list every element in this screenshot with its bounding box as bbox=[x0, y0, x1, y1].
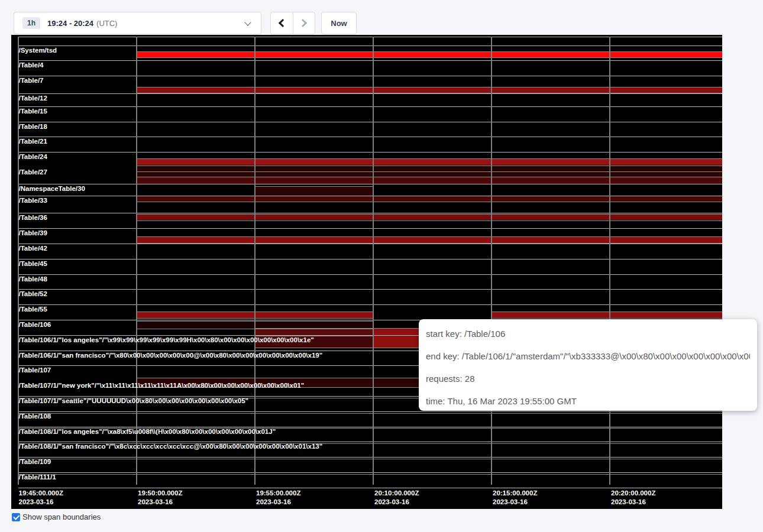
tooltip-end-key: end key: /Table/106/1/"amsterdam"/"\xb33… bbox=[426, 351, 750, 361]
band-edge-line bbox=[137, 171, 723, 172]
key-visualizer-canvas[interactable]: start key: /Table/106 end key: /Table/10… bbox=[11, 35, 722, 509]
span-boundary-line bbox=[18, 196, 723, 196]
span-boundary-line bbox=[18, 60, 723, 61]
now-button[interactable]: Now bbox=[321, 12, 357, 34]
time-gridline bbox=[136, 37, 137, 485]
heat-band[interactable] bbox=[137, 215, 723, 220]
time-gridline bbox=[254, 37, 256, 485]
row-label: /Table/18 bbox=[19, 123, 47, 131]
heat-band[interactable] bbox=[137, 237, 723, 243]
span-boundary-line bbox=[18, 106, 723, 107]
band-edge-line bbox=[137, 87, 723, 87]
span-boundary-line bbox=[18, 213, 723, 213]
key-visualizer-page: 1h 19:24 - 20:24 (UTC) Now start key: /T… bbox=[0, 0, 763, 532]
prev-range-button[interactable] bbox=[270, 12, 293, 34]
span-boundary-line bbox=[18, 304, 723, 305]
row-label: /Table/12 bbox=[19, 95, 47, 102]
band-edge-line bbox=[137, 51, 723, 52]
time-range-selector[interactable]: 1h 19:24 - 20:24 (UTC) bbox=[14, 12, 261, 34]
time-nav-group bbox=[270, 12, 315, 34]
band-edge-line bbox=[137, 166, 723, 166]
band-edge-line bbox=[492, 318, 723, 319]
tooltip-start-key: start key: /Table/106 bbox=[426, 329, 750, 339]
row-label: /Table/33 bbox=[19, 197, 47, 205]
row-label: /Table/52 bbox=[19, 290, 47, 298]
heat-band[interactable] bbox=[137, 87, 723, 93]
band-edge-line bbox=[137, 202, 723, 202]
heat-band[interactable] bbox=[255, 187, 373, 196]
heat-band[interactable] bbox=[137, 172, 723, 177]
band-edge-line bbox=[255, 348, 373, 348]
span-boundary-line bbox=[18, 274, 723, 275]
tooltip-time: time: Thu, 16 Mar 2023 19:55:00 GMT bbox=[426, 396, 750, 406]
row-label: /Table/24 bbox=[19, 153, 47, 161]
heat-band[interactable] bbox=[137, 166, 723, 171]
span-boundary-line bbox=[18, 472, 723, 473]
band-edge-line bbox=[137, 177, 723, 177]
chevron-left-icon bbox=[279, 19, 287, 27]
span-boundary-line bbox=[18, 442, 723, 442]
row-label: /System/tsd bbox=[19, 47, 57, 54]
row-label: /Table/107/1/"new york"/"\x11\x11\x11\x1… bbox=[19, 382, 305, 390]
span-boundary-line bbox=[18, 488, 723, 488]
heat-band[interactable] bbox=[137, 159, 723, 165]
row-label: /Table/108/1/"san francisco"/"\x8c\xcc\x… bbox=[19, 443, 323, 450]
time-gridline bbox=[609, 37, 610, 485]
band-edge-line bbox=[255, 186, 373, 187]
span-boundary-line bbox=[18, 474, 723, 475]
row-label: /Table/42 bbox=[19, 245, 47, 252]
time-range-zone: (UTC) bbox=[96, 19, 117, 28]
span-boundary-line bbox=[18, 46, 723, 46]
row-label: /Table/55 bbox=[19, 306, 47, 313]
band-edge-line bbox=[137, 236, 723, 237]
band-edge-line bbox=[137, 220, 723, 221]
span-boundary-line bbox=[18, 411, 723, 412]
heat-band[interactable] bbox=[492, 312, 723, 318]
span-boundary-line bbox=[18, 413, 723, 414]
span-boundary-line bbox=[18, 289, 723, 290]
row-label: /Table/107/1/"seattle"/"UUUUUUD\x00\x80\… bbox=[19, 397, 249, 405]
row-label: /Table/48 bbox=[19, 275, 47, 283]
span-boundary-line bbox=[18, 93, 723, 94]
row-label: /Table/106 bbox=[19, 321, 51, 329]
x-tick-date: 2023-03-16 bbox=[256, 498, 291, 507]
x-tick-date: 2023-03-16 bbox=[138, 498, 173, 507]
span-boundary-line bbox=[18, 122, 723, 122]
row-label: /Table/21 bbox=[19, 138, 47, 145]
time-range-text: 19:24 - 20:24 bbox=[47, 19, 93, 28]
footer: Show span boundaries bbox=[12, 512, 101, 521]
time-gridline bbox=[373, 37, 374, 485]
span-boundary-line bbox=[18, 228, 723, 229]
band-edge-line bbox=[255, 328, 373, 329]
x-tick-date: 2023-03-16 bbox=[19, 498, 54, 507]
row-label: /Table/106/1/"los angeles"/"\x99\x99\x99… bbox=[19, 336, 314, 344]
heat-band[interactable] bbox=[137, 177, 723, 184]
row-label: /Table/109 bbox=[19, 458, 51, 466]
row-label: /Table/111/1 bbox=[19, 473, 56, 481]
row-label: /Table/45 bbox=[19, 260, 47, 268]
band-edge-line bbox=[137, 158, 723, 159]
span-boundary-line bbox=[18, 259, 723, 259]
chevron-right-icon bbox=[299, 19, 307, 27]
span-boundary-line bbox=[18, 137, 723, 137]
heat-band[interactable] bbox=[137, 52, 723, 57]
span-boundary-line bbox=[18, 184, 723, 184]
row-label: /Table/39 bbox=[19, 229, 47, 237]
row-label: /Table/7 bbox=[19, 77, 44, 85]
next-range-button[interactable] bbox=[293, 12, 315, 34]
heat-band[interactable] bbox=[137, 196, 723, 202]
row-label: /NamespaceTable/30 bbox=[19, 185, 85, 193]
row-label: /Table/36 bbox=[19, 214, 47, 222]
x-tick-time: 20:10:00.000Z bbox=[374, 489, 419, 498]
row-label: /Table/107 bbox=[19, 366, 51, 374]
band-edge-line bbox=[137, 214, 723, 215]
span-boundary-line bbox=[18, 427, 723, 427]
x-tick-date: 2023-03-16 bbox=[611, 498, 646, 507]
x-tick-time: 20:15:00.000Z bbox=[493, 489, 537, 498]
span-boundary-line bbox=[18, 459, 723, 459]
band-edge-line bbox=[492, 312, 723, 312]
span-boundary-line bbox=[18, 244, 723, 244]
show-span-boundaries-checkbox[interactable] bbox=[12, 513, 20, 521]
time-window-pill: 1h bbox=[22, 17, 40, 29]
row-label: /Table/27 bbox=[19, 168, 47, 176]
